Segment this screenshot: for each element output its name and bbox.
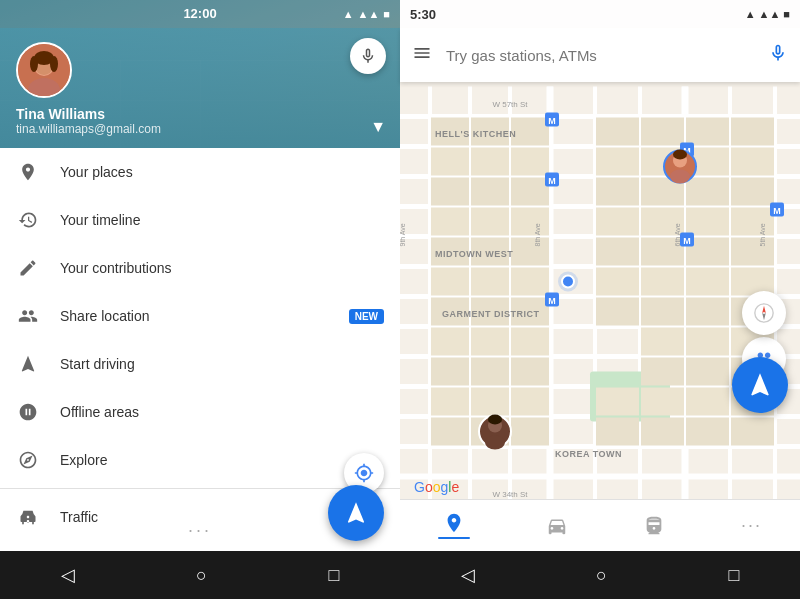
svg-text:M: M: [683, 236, 691, 246]
svg-rect-65: [596, 238, 639, 266]
recents-button-right[interactable]: □: [712, 557, 755, 594]
recents-button-left[interactable]: □: [312, 557, 355, 594]
more-dots-left[interactable]: ···: [188, 520, 212, 541]
map-grid: M M M M M M M HELL'S KITCHEN: [400, 82, 800, 511]
menu-item-your-places[interactable]: Your places: [0, 148, 400, 196]
svg-marker-144: [762, 306, 766, 313]
svg-rect-70: [471, 268, 509, 296]
time-left: 12:00: [183, 6, 216, 21]
wifi-icon-right: ▲: [745, 8, 756, 20]
menu-item-share-location[interactable]: Share location NEW: [0, 292, 400, 340]
menu-item-your-timeline[interactable]: Your timeline: [0, 196, 400, 244]
svg-rect-49: [471, 178, 509, 206]
mic-button-right[interactable]: [768, 43, 788, 68]
svg-text:KOREA TOWN: KOREA TOWN: [555, 449, 622, 459]
svg-rect-43: [511, 148, 549, 176]
svg-point-138: [673, 150, 687, 160]
tab-map[interactable]: [426, 506, 482, 545]
svg-rect-68: [731, 238, 774, 266]
svg-rect-69: [431, 268, 469, 296]
hamburger-icon[interactable]: [412, 43, 432, 68]
left-panel: 12:00 ▲ ▲▲ ■: [0, 0, 400, 599]
svg-text:W 57th St: W 57th St: [492, 100, 528, 109]
svg-rect-80: [641, 298, 684, 326]
home-button-left[interactable]: ○: [180, 557, 223, 594]
svg-rect-39: [686, 118, 729, 146]
svg-rect-86: [641, 328, 684, 356]
svg-point-137: [670, 170, 690, 184]
svg-rect-106: [641, 418, 684, 446]
svg-rect-55: [431, 208, 469, 236]
timeline-icon: [16, 208, 40, 232]
search-input[interactable]: [446, 47, 768, 64]
user-name: Tina Williams: [16, 106, 384, 122]
tab-driving[interactable]: [534, 509, 580, 543]
svg-rect-53: [686, 178, 729, 206]
svg-rect-99: [641, 388, 684, 416]
menu-item-offline-areas[interactable]: Offline areas: [0, 388, 400, 436]
svg-rect-36: [511, 118, 549, 146]
svg-rect-83: [431, 328, 469, 356]
tab-transit[interactable]: [631, 509, 677, 543]
svg-text:HELL'S KITCHEN: HELL'S KITCHEN: [435, 129, 516, 139]
svg-rect-91: [511, 358, 549, 386]
signal-icon-right: ▲▲: [759, 8, 781, 20]
menu-item-start-driving[interactable]: Start driving: [0, 340, 400, 388]
svg-rect-90: [471, 358, 509, 386]
svg-rect-87: [686, 328, 729, 356]
menu-label-explore: Explore: [60, 452, 384, 468]
svg-rect-105: [596, 418, 639, 446]
wifi-icon: ▲: [343, 8, 354, 20]
dropdown-arrow-icon[interactable]: ▼: [370, 118, 386, 136]
signal-icon: ▲▲: [358, 8, 380, 20]
menu-item-public-transit[interactable]: Public transit: [0, 541, 400, 551]
time-right: 5:30: [410, 7, 436, 22]
svg-text:W 34th St: W 34th St: [492, 490, 528, 499]
svg-text:9th Ave: 9th Ave: [400, 223, 406, 246]
menu-label-start-driving: Start driving: [60, 356, 384, 372]
svg-text:8th Ave: 8th Ave: [534, 223, 541, 246]
svg-rect-79: [596, 298, 639, 326]
status-bar-right: 5:30 ▲ ▲▲ ■: [400, 0, 800, 28]
menu-item-explore[interactable]: Explore: [0, 436, 400, 484]
svg-rect-51: [596, 178, 639, 206]
bottom-nav-right: ◁ ○ □: [400, 551, 800, 599]
svg-rect-102: [431, 418, 469, 446]
svg-rect-107: [686, 418, 729, 446]
svg-rect-73: [641, 268, 684, 296]
new-badge: NEW: [349, 309, 384, 324]
user-email: tina.williamaps@gmail.com: [16, 122, 384, 136]
navigation-fab[interactable]: [732, 357, 788, 413]
svg-rect-57: [511, 208, 549, 236]
svg-point-6: [50, 56, 58, 72]
places-icon: [16, 160, 40, 184]
traffic-icon: [16, 505, 40, 529]
svg-point-134: [562, 276, 574, 288]
svg-rect-61: [731, 208, 774, 236]
svg-point-141: [485, 436, 505, 450]
svg-rect-60: [686, 208, 729, 236]
back-button-left[interactable]: ◁: [45, 556, 91, 594]
menu-label-your-timeline: Your timeline: [60, 212, 384, 228]
tab-more[interactable]: ···: [729, 509, 774, 542]
svg-rect-96: [471, 388, 509, 416]
battery-icon-right: ■: [783, 8, 790, 20]
explore-icon: [16, 448, 40, 472]
compass-button[interactable]: [742, 291, 786, 335]
svg-rect-74: [686, 268, 729, 296]
navigation-button-left[interactable]: [328, 485, 384, 541]
home-button-right[interactable]: ○: [580, 557, 623, 594]
map-area[interactable]: M M M M M M M HELL'S KITCHEN: [400, 82, 800, 511]
svg-rect-50: [511, 178, 549, 206]
svg-rect-40: [731, 118, 774, 146]
menu-item-contributions[interactable]: Your contributions: [0, 244, 400, 292]
battery-icon: ■: [383, 8, 390, 20]
menu-label-share-location: Share location: [60, 308, 349, 324]
svg-rect-108: [731, 418, 774, 446]
svg-rect-42: [471, 148, 509, 176]
svg-rect-41: [431, 148, 469, 176]
mic-button-left[interactable]: [350, 38, 386, 74]
user-info: Tina Williams tina.williamaps@gmail.com: [16, 106, 384, 136]
svg-text:M: M: [548, 116, 556, 126]
back-button-right[interactable]: ◁: [445, 556, 491, 594]
